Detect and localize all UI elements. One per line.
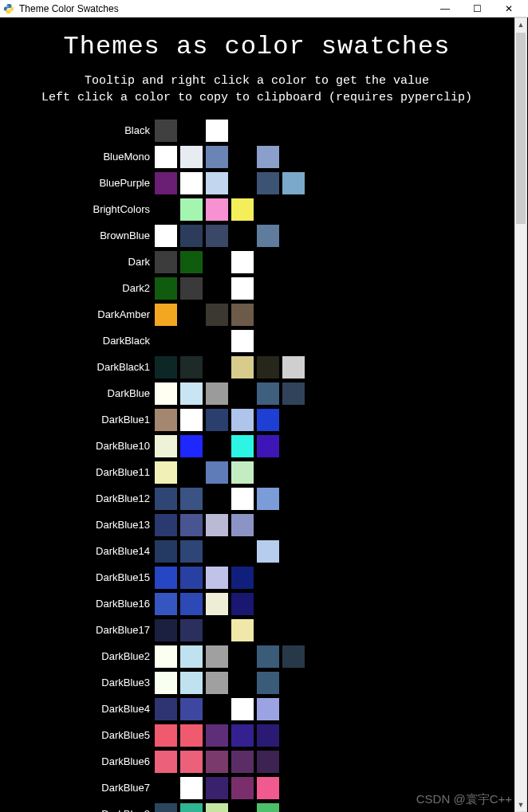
color-swatch[interactable] <box>206 724 228 747</box>
color-swatch[interactable] <box>155 593 177 615</box>
color-swatch[interactable] <box>282 645 305 668</box>
color-swatch[interactable] <box>180 672 203 694</box>
color-swatch[interactable] <box>206 120 228 142</box>
scroll-down-icon[interactable]: ▼ <box>515 798 526 811</box>
color-swatch[interactable] <box>180 567 203 589</box>
color-swatch[interactable] <box>206 672 228 694</box>
color-swatch[interactable] <box>282 356 305 379</box>
color-swatch[interactable] <box>257 146 279 168</box>
color-swatch[interactable] <box>231 567 254 589</box>
color-swatch[interactable] <box>155 382 177 405</box>
color-swatch[interactable] <box>231 751 254 773</box>
color-swatch[interactable] <box>257 382 279 405</box>
color-swatch[interactable] <box>231 619 254 641</box>
color-swatch[interactable] <box>180 751 203 773</box>
vertical-scrollbar[interactable]: ▲ ▼ <box>514 18 527 812</box>
color-swatch[interactable] <box>155 751 177 773</box>
color-swatch[interactable] <box>180 146 203 168</box>
color-swatch[interactable] <box>257 751 279 773</box>
color-swatch[interactable] <box>231 330 254 352</box>
color-swatch[interactable] <box>257 777 279 799</box>
color-swatch[interactable] <box>257 645 279 668</box>
color-swatch[interactable] <box>231 356 254 379</box>
color-swatch[interactable] <box>155 225 177 247</box>
color-swatch[interactable] <box>231 724 254 747</box>
color-swatch[interactable] <box>155 724 177 747</box>
color-swatch[interactable] <box>282 172 305 194</box>
color-swatch[interactable] <box>155 567 177 589</box>
scrollbar-thumb[interactable] <box>516 33 526 224</box>
color-swatch[interactable] <box>155 435 177 457</box>
color-swatch[interactable] <box>155 120 177 142</box>
color-swatch[interactable] <box>180 409 203 431</box>
color-swatch[interactable] <box>180 225 203 247</box>
color-swatch[interactable] <box>180 803 203 813</box>
color-swatch[interactable] <box>180 619 203 641</box>
color-swatch[interactable] <box>180 724 203 747</box>
color-swatch[interactable] <box>155 277 177 300</box>
color-swatch[interactable] <box>180 540 203 563</box>
color-swatch[interactable] <box>206 146 228 168</box>
color-swatch[interactable] <box>206 593 228 615</box>
color-swatch[interactable] <box>231 304 254 326</box>
color-swatch[interactable] <box>231 777 254 799</box>
color-swatch[interactable] <box>257 435 279 457</box>
color-swatch[interactable] <box>206 382 228 405</box>
color-swatch[interactable] <box>155 409 177 431</box>
color-swatch[interactable] <box>155 514 177 536</box>
color-swatch[interactable] <box>206 751 228 773</box>
color-swatch[interactable] <box>206 409 228 431</box>
color-swatch[interactable] <box>180 698 203 720</box>
color-swatch[interactable] <box>180 435 203 457</box>
color-swatch[interactable] <box>257 356 279 379</box>
color-swatch[interactable] <box>206 461 228 484</box>
color-swatch[interactable] <box>155 461 177 484</box>
color-swatch[interactable] <box>257 803 279 813</box>
color-swatch[interactable] <box>231 409 254 431</box>
close-button[interactable]: ✕ <box>493 0 525 18</box>
color-swatch[interactable] <box>206 645 228 668</box>
color-swatch[interactable] <box>180 514 203 536</box>
color-swatch[interactable] <box>155 645 177 668</box>
color-swatch[interactable] <box>180 645 203 668</box>
color-swatch[interactable] <box>206 225 228 247</box>
color-swatch[interactable] <box>206 777 228 799</box>
color-swatch[interactable] <box>155 172 177 194</box>
color-swatch[interactable] <box>257 672 279 694</box>
color-swatch[interactable] <box>257 488 279 510</box>
color-swatch[interactable] <box>257 225 279 247</box>
color-swatch[interactable] <box>180 356 203 379</box>
color-swatch[interactable] <box>155 803 177 813</box>
color-swatch[interactable] <box>231 198 254 221</box>
color-swatch[interactable] <box>206 567 228 589</box>
color-swatch[interactable] <box>231 251 254 273</box>
maximize-button[interactable]: ☐ <box>461 0 493 18</box>
color-swatch[interactable] <box>155 251 177 273</box>
color-swatch[interactable] <box>257 172 279 194</box>
color-swatch[interactable] <box>257 724 279 747</box>
color-swatch[interactable] <box>180 277 203 300</box>
color-swatch[interactable] <box>155 540 177 563</box>
color-swatch[interactable] <box>231 698 254 720</box>
color-swatch[interactable] <box>180 488 203 510</box>
color-swatch[interactable] <box>155 146 177 168</box>
color-swatch[interactable] <box>206 803 228 813</box>
color-swatch[interactable] <box>206 514 228 536</box>
color-swatch[interactable] <box>180 172 203 194</box>
minimize-button[interactable]: — <box>429 0 461 18</box>
color-swatch[interactable] <box>282 382 305 405</box>
color-swatch[interactable] <box>231 514 254 536</box>
color-swatch[interactable] <box>155 698 177 720</box>
color-swatch[interactable] <box>231 461 254 484</box>
scroll-up-icon[interactable]: ▲ <box>515 18 526 31</box>
color-swatch[interactable] <box>180 251 203 273</box>
color-swatch[interactable] <box>206 172 228 194</box>
color-swatch[interactable] <box>155 672 177 694</box>
color-swatch[interactable] <box>206 304 228 326</box>
color-swatch[interactable] <box>180 777 203 799</box>
color-swatch[interactable] <box>155 488 177 510</box>
color-swatch[interactable] <box>257 540 279 563</box>
color-swatch[interactable] <box>155 356 177 379</box>
color-swatch[interactable] <box>155 304 177 326</box>
color-swatch[interactable] <box>180 382 203 405</box>
